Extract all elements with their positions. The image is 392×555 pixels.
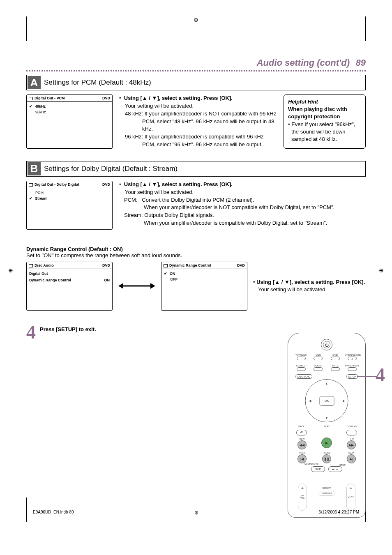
btn-dvd: DVD — [332, 354, 338, 356]
crop-mark — [26, 497, 27, 522]
ffw-button: ▶▶ — [347, 440, 356, 449]
osd-dvd-tag: DVD — [102, 96, 110, 100]
tv-vol-control: + TVVOL − — [298, 484, 307, 511]
desc-96khz: If your amplifier/decoder is compatible … — [142, 134, 263, 147]
desc-stream-2: When your amplifier/decoder is compatibl… — [119, 219, 366, 227]
stop-button: ■ / ▲ — [328, 466, 342, 472]
drc-subheading: Set to "ON" to compress the range betwee… — [26, 252, 366, 258]
btn-title: TITLE — [332, 364, 338, 367]
prev-label: PREV — [296, 451, 308, 454]
display-button — [346, 430, 357, 435]
hint-subtitle: When playing disc with copyright protect… — [288, 106, 347, 120]
page-header: Audio setting (cont'd) 89 — [26, 58, 366, 68]
drc-instructions: • Using [▲ / ▼], select a setting. Press… — [253, 279, 366, 294]
osd-item-on: ON — [170, 272, 175, 276]
tv-vol-label: TVVOL — [300, 495, 304, 500]
dpad-left-icon: ◀ — [309, 399, 311, 403]
desc-48khz: If your amplifier/decoder is NOT compati… — [142, 111, 276, 132]
drc-heading: Dynamic Range Control (Default : ON) — [26, 246, 366, 252]
osd-drc-title: Dynamic Range Control — [169, 263, 211, 267]
back-button: ↶ — [296, 430, 307, 435]
ch-control: + ▲CH▼ − — [346, 484, 355, 511]
back-label: BACK — [298, 425, 304, 428]
osd-dvd-tag: DVD — [102, 182, 110, 187]
disc-menu-button: DISC MENU — [295, 374, 312, 379]
section-b-header: B Settings for Dolby Digital (Default : … — [26, 161, 366, 177]
rew-button: ◀◀ — [297, 440, 307, 449]
next-button: ▶| — [347, 454, 356, 463]
desc-stream-1: Outputs Dolby Digital signals. — [144, 212, 214, 218]
dpad-down-icon: ▼ — [325, 417, 328, 419]
power-button: ⏻ — [321, 339, 332, 350]
registration-mark-right: ⊕ — [379, 267, 384, 274]
section-a-activated: Your setting will be activated. — [119, 102, 277, 110]
check-icon: ✔ — [164, 272, 167, 276]
hint-body: Even if you select "96kHz", the sound wi… — [291, 121, 355, 142]
osd-icon — [29, 183, 33, 187]
osd-drc-row-label: Dynamic Range Control — [29, 278, 71, 282]
section-letter-a: A — [28, 76, 41, 89]
display-label: DISPLAY — [347, 425, 357, 428]
osd-icon — [29, 97, 33, 100]
btn-vcr: VCR — [316, 354, 321, 356]
section-b-title: Settings for Dolby Digital (Default : St… — [42, 165, 178, 173]
osd-drc-row-value: ON — [104, 278, 110, 282]
registration-mark-bottom: ⊕ — [194, 510, 198, 516]
callout-line — [357, 376, 377, 377]
callout-number-4: 4 — [376, 364, 385, 386]
section-a-body: • Using [▲ / ▼], select a setting. Press… — [119, 94, 277, 149]
osd-icon — [164, 264, 168, 267]
btn-tvvideo: TV/VIDEO — [295, 354, 307, 356]
section-a-title: Settings for PCM (Default : 48kHz) — [42, 78, 151, 87]
footer-timestamp: 6/12/2006 4:23:27 PM — [319, 510, 359, 516]
btn-openclose: OPEN/CLOSE — [345, 354, 361, 356]
setup-button: SETUP — [346, 374, 358, 379]
commercial-label: COMMERCIAL — [304, 463, 318, 465]
step-4-text: Press [SETUP] to exit. — [40, 323, 96, 332]
osd-pcm-title: Digital Out - PCM — [35, 96, 65, 100]
play-label: PLAY — [324, 425, 330, 428]
osd-drc-panel: Dynamic Range Control DVD ✔ON OFF — [161, 262, 247, 311]
osd-disc-audio-panel: Disc Audio DVD Digital Out Dynamic Range… — [26, 262, 113, 311]
page-title: Audio setting (cont'd) — [257, 58, 350, 68]
osd-item-48khz: 48kHz — [35, 104, 46, 108]
btn-rapidplay: RAPID PLAY — [345, 364, 360, 367]
page-footer: E9A90UD_EN.indb 89 ⊕ 6/12/2006 4:23:27 P… — [33, 510, 359, 516]
hint-title: Helpful Hint — [288, 98, 361, 106]
label-48khz: 48 kHz: — [125, 111, 143, 117]
osd-item-stream: Stream — [35, 196, 48, 200]
remote-diagram: ⏻ TV/VIDEO VCR DVD OPEN/CLOSE▲ SEARCH AU… — [288, 333, 366, 518]
osd-dvd-tag: DVD — [237, 263, 245, 267]
double-arrow-icon — [118, 283, 155, 289]
d-pad: ▲ ▼ ◀ ▶ OK — [305, 379, 348, 422]
desc-pcm-1: Convert the Dolby Digital into PCM (2 ch… — [142, 197, 254, 203]
section-b-instruction: Using [▲ / ▼], select a setting. Press [… — [124, 181, 233, 187]
osd-digital-out-row: Digital Out — [29, 272, 48, 276]
osd-item-off: OFF — [170, 277, 178, 281]
osd-item-96khz: 96kHz — [35, 110, 46, 114]
ok-button: OK — [319, 396, 334, 406]
label-pcm: PCM: — [124, 197, 138, 203]
section-letter-b: B — [28, 162, 41, 175]
page-number: 89 — [356, 58, 366, 68]
dpad-right-icon: ▶ — [343, 399, 345, 403]
section-b-body: • Using [▲ / ▼], select a setting. Press… — [119, 181, 366, 230]
prev-button: |◀ — [297, 454, 307, 463]
next-label: NEXT — [346, 451, 357, 454]
footer-filename: E9A90UD_EN.indb 89 — [33, 510, 74, 516]
section-a-instruction: Using [▲ / ▼], select a setting. Press [… — [124, 95, 233, 101]
section-a-header: A Settings for PCM (Default : 48kHz) — [26, 75, 366, 90]
osd-icon — [29, 264, 33, 267]
osd-pcm-panel: Digital Out - PCM DVD ✔48kHz 96kHz — [26, 94, 113, 149]
check-icon: ✔ — [29, 196, 32, 200]
btn-audio: AUDIO — [314, 364, 322, 367]
helpful-hint-box: Helpful Hint When playing disc with copy… — [284, 94, 366, 149]
header-divider — [26, 69, 366, 71]
direct-label: DIRECT — [323, 487, 331, 489]
dpad-up-icon: ▲ — [325, 382, 328, 385]
osd-dolby-panel: Digital Out - Dolby Digital DVD PCM ✔Str… — [26, 181, 113, 230]
label-96khz: 96 kHz: — [125, 134, 143, 140]
step-number-4: 4 — [26, 323, 36, 342]
drc-activated: Your setting will be activated. — [253, 286, 366, 294]
skip-button: SKIP — [311, 466, 325, 472]
